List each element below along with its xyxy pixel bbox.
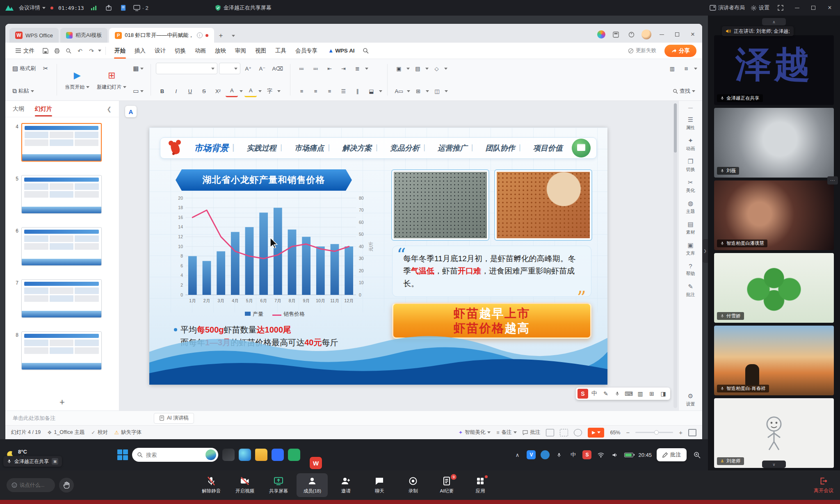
bullet-list-button[interactable]: ≔	[295, 62, 308, 75]
proofread-button[interactable]: ✓校对	[91, 429, 107, 436]
meeting-button-invite[interactable]: 邀请	[330, 473, 361, 497]
align-right-button[interactable]: ≡	[323, 85, 336, 97]
font-family-select[interactable]	[156, 63, 217, 74]
ime-lang-icon[interactable]: 中	[589, 389, 600, 399]
numbered-list-button[interactable]: ≕	[309, 62, 322, 75]
sidebar-item-5[interactable]: ▤素材	[686, 221, 695, 235]
ai-script-button[interactable]: AI 演讲稿	[154, 413, 194, 424]
indent-button[interactable]: ⇥	[337, 62, 349, 75]
justify-button[interactable]: ☰	[337, 85, 349, 97]
sidebar-item-3[interactable]: ✂美化	[686, 179, 695, 194]
slide-thumbnail-row[interactable]: 4	[9, 123, 115, 162]
vertical-align-button[interactable]: ⬓	[365, 85, 377, 97]
tray-mic-icon[interactable]	[555, 450, 564, 459]
leave-meeting-button[interactable]: 离开会议	[814, 477, 833, 494]
font-size-select[interactable]	[219, 63, 240, 74]
theme-indicator[interactable]: ❖1_Office 主题	[47, 429, 84, 436]
minimize-button[interactable]	[792, 3, 802, 12]
taskbar-app-photos[interactable]	[222, 449, 235, 461]
participant-tile-1[interactable]: 刘薇	[714, 108, 834, 178]
workspace-icon[interactable]	[610, 30, 621, 39]
layout-button[interactable]: 演讲者布局	[710, 4, 745, 11]
line-spacing-button[interactable]: ≣	[351, 62, 363, 75]
participant-more-button[interactable]: ⋯	[827, 176, 838, 185]
columns-button[interactable]: ∥	[351, 85, 363, 97]
search-daily-image[interactable]	[205, 449, 216, 460]
align-left-button[interactable]: ≡	[295, 85, 308, 97]
notes-toggle-button[interactable]: ≡备注	[496, 429, 517, 436]
menu-item-5[interactable]: 放映	[210, 45, 231, 57]
slide-thumbnail-row[interactable]: 7	[9, 279, 115, 318]
slide-thumbnail[interactable]	[21, 175, 102, 214]
meeting-details-menu[interactable]: 会议详情	[19, 4, 46, 11]
zoom-slider-thumb[interactable]	[654, 430, 659, 435]
keyboard-icon[interactable]: ⌨	[623, 389, 634, 399]
new-slide-button[interactable]: ⊞新建幻灯片	[96, 62, 127, 97]
info-icon[interactable]: i	[197, 32, 203, 38]
tray-chevron-icon[interactable]: ∧	[513, 450, 522, 459]
skin-icon[interactable]	[626, 30, 637, 39]
font-color-button[interactable]: A	[226, 85, 238, 97]
add-slide-button[interactable]: +	[5, 394, 119, 410]
slide-thumbnail[interactable]	[21, 331, 102, 370]
print-icon[interactable]	[52, 46, 62, 56]
find-button[interactable]: 查找	[671, 85, 697, 97]
paste-button[interactable]: ⧉粘贴	[10, 85, 36, 97]
participant-tile-0[interactable]: 泽越金泽越正在共享	[714, 35, 834, 105]
sidebar-item-8[interactable]: ✎批注	[686, 283, 695, 298]
settings-button[interactable]: 设置	[751, 4, 769, 11]
taskbar-clock[interactable]: 20:45	[638, 452, 652, 458]
editing-canvas[interactable]: A 市场背景实践过程市场痛点解决方案竞品分析运营推广团队协作项目价值 湖北省小龙…	[119, 101, 678, 410]
scrollbar-thumb[interactable]	[674, 103, 677, 153]
user-avatar[interactable]	[641, 30, 651, 39]
mic-icon[interactable]	[612, 389, 623, 399]
menu-item-0[interactable]: 开始	[110, 45, 130, 57]
tab-outline[interactable]: 大纲	[13, 105, 24, 113]
slide-thumbnail-row[interactable]: 8	[9, 331, 115, 370]
arrange-button[interactable]: ⧈	[680, 62, 692, 75]
redo-icon[interactable]: ↷	[87, 46, 96, 56]
volume-icon[interactable]	[610, 450, 619, 459]
raise-hand-button[interactable]	[59, 478, 74, 493]
italic-button[interactable]: I	[170, 85, 182, 97]
meeting-tray-icon[interactable]: V	[527, 450, 536, 459]
network-signal-icon[interactable]	[89, 3, 99, 12]
sidebar-item-settings[interactable]: ⚙设置	[686, 392, 695, 407]
participant-tile-2[interactable]: 智造柏蛋白潘璞慧	[714, 180, 834, 250]
increase-font-button[interactable]: A⁺	[242, 62, 254, 75]
wps-ai-float-icon[interactable]: A	[125, 106, 137, 117]
insert-shape-button[interactable]: ◇	[430, 62, 443, 75]
panel-scroll-up-button[interactable]: ∧	[762, 18, 786, 25]
sidebar-item-6[interactable]: ▣文库	[686, 242, 695, 256]
chat-input-pill[interactable]	[7, 478, 55, 492]
underline-button[interactable]: U	[184, 85, 196, 97]
menu-item-2[interactable]: 设计	[150, 45, 170, 57]
share-button[interactable]: 分享	[664, 45, 696, 57]
preview-icon[interactable]	[64, 46, 73, 56]
ai-image-button[interactable]: ▣	[393, 62, 405, 75]
menu-item-1[interactable]: 插入	[130, 45, 150, 57]
sogou-tray-icon[interactable]: S	[582, 450, 591, 459]
wps-close-button[interactable]: ×	[687, 30, 698, 39]
ribbon-search-icon[interactable]	[361, 46, 371, 56]
superscript-button[interactable]: X²	[212, 85, 224, 97]
bold-button[interactable]: B	[156, 85, 168, 97]
text-effect-button[interactable]: 字	[263, 85, 276, 97]
fullscreen-button[interactable]	[775, 3, 786, 12]
slideshow-button[interactable]: ▶	[588, 428, 604, 438]
slide-thumbnail[interactable]	[21, 227, 102, 266]
update-failed-status[interactable]: 更新失败	[628, 47, 656, 54]
sidebar-item-4[interactable]: ◍主题	[686, 200, 695, 214]
save-icon[interactable]	[41, 46, 50, 56]
menu-file[interactable]: 文件	[11, 45, 39, 57]
menu-item-6[interactable]: 审阅	[231, 45, 251, 57]
panel-collapse-icon[interactable]: ❮	[107, 106, 112, 112]
canvas-scrollbar[interactable]	[673, 103, 677, 408]
toolbox-icon[interactable]: ◨	[658, 389, 669, 399]
strikethrough-button[interactable]: S	[198, 85, 210, 97]
meeting-button-ai-notes[interactable]: AI纪要9	[431, 473, 462, 497]
slide-thumbnail-row[interactable]: 6	[9, 227, 115, 266]
tab-slides[interactable]: 幻灯片	[35, 105, 52, 113]
search-input[interactable]	[146, 452, 202, 458]
align-center-button[interactable]: ≡	[309, 85, 322, 97]
